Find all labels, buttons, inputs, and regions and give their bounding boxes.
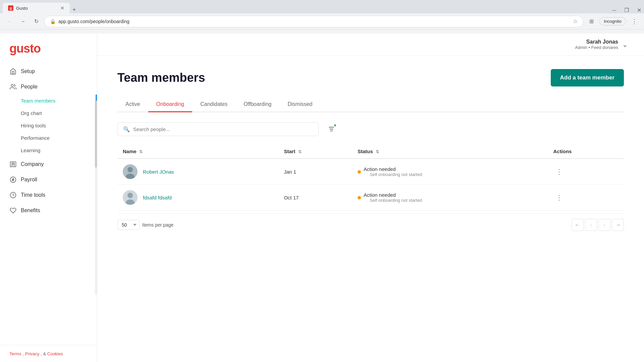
browser-toolbar: ← → ↻ 🔒 ☆ ⊞ Incognito ⋮	[0, 13, 644, 29]
table-row: Robert JOnas Jan 1 Action needed Self on…	[117, 159, 624, 185]
svg-point-11	[127, 193, 133, 198]
sidebar-footer: Terms, Privacy, & Cookies	[0, 345, 97, 362]
sidebar-item-org-chart-label: Org chart	[21, 110, 42, 116]
sidebar-item-payroll[interactable]: Payroll	[0, 172, 97, 187]
next-page-button[interactable]: ›	[598, 219, 610, 231]
active-tab: g Gusto ✕	[3, 3, 70, 13]
status-info-2: Action needed Self onboarding not starte…	[364, 192, 422, 203]
cell-start-1: Jan 1	[278, 159, 352, 185]
per-page-select[interactable]: 50 25 100	[117, 220, 140, 230]
gusto-logo: gusto	[9, 42, 41, 55]
sidebar-item-setup-label: Setup	[21, 68, 35, 74]
cell-actions-2: ⋮	[548, 185, 624, 210]
reload-button[interactable]: ↻	[31, 16, 42, 27]
sidebar-item-company-label: Company	[21, 161, 44, 167]
cell-name-1: Robert JOnas	[117, 159, 278, 185]
col-header-actions: Actions	[548, 144, 624, 159]
col-header-name: Name ⇅	[117, 144, 278, 159]
new-tab-button[interactable]: +	[70, 6, 79, 13]
sidebar-item-team-members[interactable]: Team members	[0, 95, 97, 107]
sidebar-item-performance[interactable]: Performance	[0, 132, 97, 144]
cookies-link[interactable]: Cookies	[47, 351, 63, 356]
status-row-1: Action needed Self onboarding not starte…	[358, 166, 542, 177]
first-page-button[interactable]: ⇤	[572, 219, 584, 231]
user-info[interactable]: Sarah Jonas Admin • Feed donares ⌄	[575, 39, 628, 50]
page-header: Team members Add a team member	[117, 69, 624, 86]
sidebar-item-company[interactable]: Company	[0, 157, 97, 172]
actions-menu-button-2[interactable]: ⋮	[553, 192, 565, 203]
filter-button[interactable]	[324, 122, 339, 136]
tab-close-button[interactable]: ✕	[60, 5, 64, 11]
start-sort-icon[interactable]: ⇅	[298, 149, 302, 154]
status-dot-1	[358, 170, 361, 174]
tab-dismissed[interactable]: Dismissed	[279, 97, 320, 112]
browser-chrome: g Gusto ✕ + ─ ❐ ✕ ← → ↻ 🔒 ☆ ⊞ Incognito …	[0, 0, 644, 34]
sidebar-item-learning-label: Learning	[21, 147, 40, 153]
terms-link[interactable]: Terms	[9, 351, 21, 356]
cell-start-2: Oct 17	[278, 185, 352, 210]
col-header-status: Status ⇅	[352, 144, 548, 159]
clock-icon	[9, 191, 17, 199]
extensions-button[interactable]: ⊞	[586, 16, 597, 27]
sidebar-item-hiring-tools[interactable]: Hiring tools	[0, 119, 97, 132]
chevron-down-icon[interactable]: ⌄	[622, 41, 628, 49]
col-header-start: Start ⇅	[278, 144, 352, 159]
more-button[interactable]: ⋮	[629, 18, 640, 25]
sidebar-item-payroll-label: Payroll	[21, 177, 37, 183]
sidebar-item-benefits[interactable]: Benefits	[0, 203, 97, 218]
tab-active[interactable]: Active	[117, 97, 148, 112]
tab-candidates[interactable]: Candidates	[192, 97, 235, 112]
sidebar-item-time-tools[interactable]: Time tools	[0, 187, 97, 203]
sidebar-item-setup[interactable]: Setup	[0, 64, 97, 79]
forward-button[interactable]: →	[17, 16, 28, 27]
sidebar-item-org-chart[interactable]: Org chart	[0, 107, 97, 119]
search-input[interactable]	[133, 126, 313, 132]
page-title: Team members	[117, 71, 205, 85]
sidebar-item-people[interactable]: People	[0, 79, 97, 95]
profile-button[interactable]: Incognito	[599, 17, 626, 25]
sidebar-item-benefits-label: Benefits	[21, 207, 40, 214]
team-members-table: Name ⇅ Start ⇅ Status ⇅ Actions	[117, 144, 624, 210]
sidebar-item-hiring-tools-label: Hiring tools	[21, 123, 46, 128]
close-button[interactable]: ✕	[634, 7, 644, 13]
name-sort-icon[interactable]: ⇅	[139, 149, 143, 154]
sidebar-item-learning[interactable]: Learning	[0, 144, 97, 157]
last-page-button[interactable]: ⇥	[612, 219, 624, 231]
address-bar[interactable]: 🔒 ☆	[44, 16, 583, 27]
tab-onboarding[interactable]: Onboarding	[148, 97, 193, 112]
sidebar-scrollbar-thumb	[95, 101, 97, 168]
privacy-link[interactable]: Privacy	[25, 351, 40, 356]
logo-container: gusto	[0, 34, 97, 64]
cell-actions-1: ⋮	[548, 159, 624, 185]
sidebar-item-time-tools-label: Time tools	[21, 192, 45, 198]
bookmark-icon[interactable]: ☆	[573, 18, 578, 24]
prev-page-button[interactable]: ‹	[585, 219, 597, 231]
status-row-2: Action needed Self onboarding not starte…	[358, 192, 542, 203]
back-button[interactable]: ←	[4, 16, 15, 27]
maximize-button[interactable]: ❐	[622, 7, 632, 13]
app: gusto Setup People Team members	[0, 34, 644, 362]
per-page-label: Items per page	[142, 222, 173, 228]
member-name-1[interactable]: Robert JOnas	[143, 169, 174, 175]
tab-title: Gusto	[16, 6, 58, 11]
minimize-button[interactable]: ─	[610, 7, 619, 13]
status-sub-1: Self onboarding not started	[370, 172, 422, 177]
status-info-1: Action needed Self onboarding not starte…	[364, 166, 422, 177]
url-input[interactable]	[58, 19, 570, 24]
status-sort-icon[interactable]: ⇅	[376, 149, 379, 154]
people-icon	[9, 83, 17, 90]
separator1: ,	[22, 351, 25, 356]
pagination-row: 50 25 100 Items per page ⇤ ‹ › ⇥	[117, 213, 624, 236]
tab-offboarding[interactable]: Offboarding	[235, 97, 279, 112]
cell-status-1: Action needed Self onboarding not starte…	[352, 159, 548, 185]
add-team-member-button[interactable]: Add a team member	[551, 69, 624, 86]
table-body: Robert JOnas Jan 1 Action needed Self on…	[117, 159, 624, 210]
member-cell-2: fdsafd fdsafd	[123, 190, 273, 205]
search-box: 🔍	[117, 122, 319, 136]
sidebar-item-people-label: People	[21, 84, 38, 90]
member-name-2[interactable]: fdsafd fdsafd	[143, 195, 172, 200]
secure-icon: 🔒	[50, 19, 56, 24]
avatar-1	[123, 164, 138, 179]
profile-label: Incognito	[604, 19, 622, 24]
actions-menu-button-1[interactable]: ⋮	[553, 166, 565, 177]
